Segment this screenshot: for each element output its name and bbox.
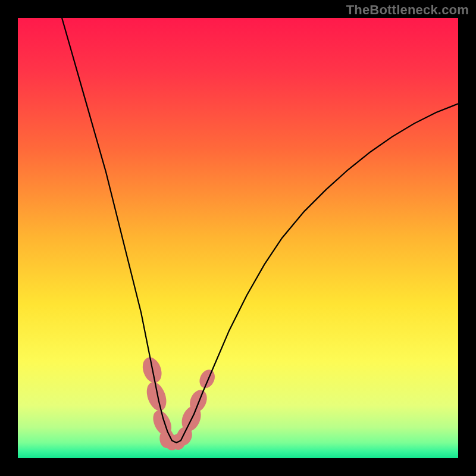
- chart-frame: TheBottleneck.com: [0, 0, 476, 476]
- bottleneck-chart: [18, 18, 458, 458]
- chart-background: [18, 18, 458, 458]
- watermark-text: TheBottleneck.com: [346, 2, 469, 18]
